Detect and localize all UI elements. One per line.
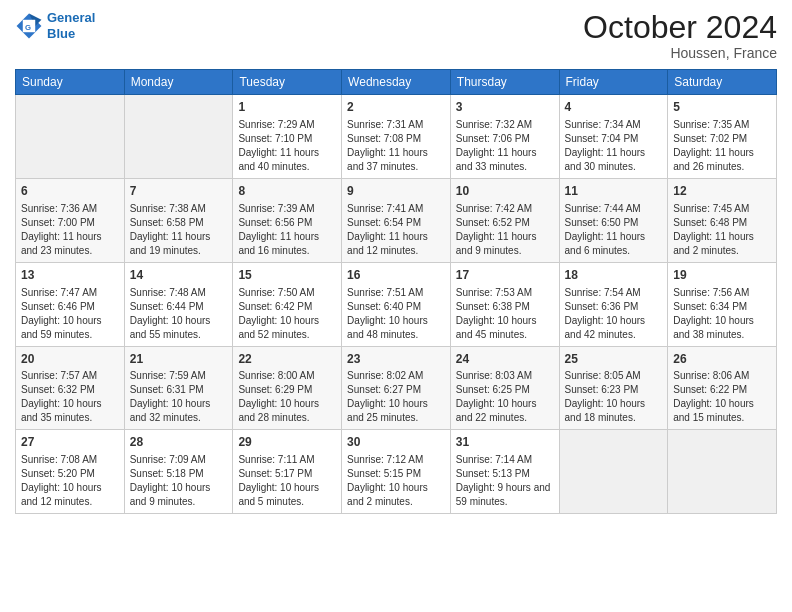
calendar-cell: 23Sunrise: 8:02 AMSunset: 6:27 PMDayligh… [342,346,451,430]
sunset-text: Sunset: 6:42 PM [238,300,336,314]
sunrise-text: Sunrise: 8:06 AM [673,369,771,383]
day-number: 10 [456,183,554,200]
daylight-text: Daylight: 10 hours and 35 minutes. [21,397,119,425]
sunrise-text: Sunrise: 7:56 AM [673,286,771,300]
sunset-text: Sunset: 6:52 PM [456,216,554,230]
sunset-text: Sunset: 6:31 PM [130,383,228,397]
sunset-text: Sunset: 7:06 PM [456,132,554,146]
daylight-text: Daylight: 10 hours and 42 minutes. [565,314,663,342]
weekday-header-friday: Friday [559,70,668,95]
calendar-cell: 13Sunrise: 7:47 AMSunset: 6:46 PMDayligh… [16,262,125,346]
daylight-text: Daylight: 10 hours and 2 minutes. [347,481,445,509]
calendar-cell: 8Sunrise: 7:39 AMSunset: 6:56 PMDaylight… [233,178,342,262]
sunset-text: Sunset: 6:27 PM [347,383,445,397]
header: G General Blue October 2024 Houssen, Fra… [15,10,777,61]
daylight-text: Daylight: 11 hours and 6 minutes. [565,230,663,258]
sunset-text: Sunset: 7:10 PM [238,132,336,146]
day-number: 8 [238,183,336,200]
day-number: 9 [347,183,445,200]
sunrise-text: Sunrise: 7:45 AM [673,202,771,216]
day-number: 5 [673,99,771,116]
day-number: 6 [21,183,119,200]
daylight-text: Daylight: 11 hours and 23 minutes. [21,230,119,258]
sunrise-text: Sunrise: 7:44 AM [565,202,663,216]
calendar-cell: 4Sunrise: 7:34 AMSunset: 7:04 PMDaylight… [559,95,668,179]
calendar-cell: 25Sunrise: 8:05 AMSunset: 6:23 PMDayligh… [559,346,668,430]
location: Houssen, France [583,45,777,61]
weekday-header-saturday: Saturday [668,70,777,95]
sunrise-text: Sunrise: 8:05 AM [565,369,663,383]
sunset-text: Sunset: 5:18 PM [130,467,228,481]
logo-icon: G [15,12,43,40]
sunset-text: Sunset: 6:58 PM [130,216,228,230]
daylight-text: Daylight: 10 hours and 32 minutes. [130,397,228,425]
calendar-cell: 10Sunrise: 7:42 AMSunset: 6:52 PMDayligh… [450,178,559,262]
day-number: 1 [238,99,336,116]
calendar-cell: 21Sunrise: 7:59 AMSunset: 6:31 PMDayligh… [124,346,233,430]
day-number: 14 [130,267,228,284]
day-number: 20 [21,351,119,368]
sunset-text: Sunset: 6:25 PM [456,383,554,397]
daylight-text: Daylight: 10 hours and 15 minutes. [673,397,771,425]
daylight-text: Daylight: 11 hours and 9 minutes. [456,230,554,258]
page: G General Blue October 2024 Houssen, Fra… [0,0,792,612]
day-number: 18 [565,267,663,284]
calendar-cell [16,95,125,179]
sunrise-text: Sunrise: 8:00 AM [238,369,336,383]
sunset-text: Sunset: 6:29 PM [238,383,336,397]
day-number: 30 [347,434,445,451]
daylight-text: Daylight: 11 hours and 26 minutes. [673,146,771,174]
daylight-text: Daylight: 11 hours and 12 minutes. [347,230,445,258]
sunset-text: Sunset: 5:13 PM [456,467,554,481]
day-number: 17 [456,267,554,284]
daylight-text: Daylight: 11 hours and 37 minutes. [347,146,445,174]
sunset-text: Sunset: 6:32 PM [21,383,119,397]
sunrise-text: Sunrise: 7:34 AM [565,118,663,132]
calendar-cell: 3Sunrise: 7:32 AMSunset: 7:06 PMDaylight… [450,95,559,179]
sunrise-text: Sunrise: 7:51 AM [347,286,445,300]
daylight-text: Daylight: 11 hours and 33 minutes. [456,146,554,174]
sunrise-text: Sunrise: 7:42 AM [456,202,554,216]
daylight-text: Daylight: 11 hours and 40 minutes. [238,146,336,174]
sunset-text: Sunset: 5:15 PM [347,467,445,481]
sunrise-text: Sunrise: 8:02 AM [347,369,445,383]
calendar-cell: 15Sunrise: 7:50 AMSunset: 6:42 PMDayligh… [233,262,342,346]
sunrise-text: Sunrise: 7:29 AM [238,118,336,132]
day-number: 2 [347,99,445,116]
sunrise-text: Sunrise: 7:08 AM [21,453,119,467]
day-number: 28 [130,434,228,451]
calendar-cell [668,430,777,514]
calendar-cell: 1Sunrise: 7:29 AMSunset: 7:10 PMDaylight… [233,95,342,179]
calendar-cell: 6Sunrise: 7:36 AMSunset: 7:00 PMDaylight… [16,178,125,262]
daylight-text: Daylight: 11 hours and 2 minutes. [673,230,771,258]
day-number: 3 [456,99,554,116]
sunrise-text: Sunrise: 7:50 AM [238,286,336,300]
sunset-text: Sunset: 6:48 PM [673,216,771,230]
sunrise-text: Sunrise: 7:47 AM [21,286,119,300]
sunset-text: Sunset: 7:02 PM [673,132,771,146]
day-number: 11 [565,183,663,200]
day-number: 4 [565,99,663,116]
sunset-text: Sunset: 6:36 PM [565,300,663,314]
sunset-text: Sunset: 6:50 PM [565,216,663,230]
weekday-header-tuesday: Tuesday [233,70,342,95]
sunrise-text: Sunrise: 7:14 AM [456,453,554,467]
calendar-cell: 2Sunrise: 7:31 AMSunset: 7:08 PMDaylight… [342,95,451,179]
calendar-cell: 28Sunrise: 7:09 AMSunset: 5:18 PMDayligh… [124,430,233,514]
sunrise-text: Sunrise: 7:53 AM [456,286,554,300]
day-number: 25 [565,351,663,368]
logo-line2: Blue [47,26,75,41]
day-number: 21 [130,351,228,368]
sunrise-text: Sunrise: 7:09 AM [130,453,228,467]
calendar-cell: 9Sunrise: 7:41 AMSunset: 6:54 PMDaylight… [342,178,451,262]
sunrise-text: Sunrise: 8:03 AM [456,369,554,383]
calendar-cell: 17Sunrise: 7:53 AMSunset: 6:38 PMDayligh… [450,262,559,346]
daylight-text: Daylight: 10 hours and 9 minutes. [130,481,228,509]
calendar-week-row: 1Sunrise: 7:29 AMSunset: 7:10 PMDaylight… [16,95,777,179]
sunset-text: Sunset: 7:08 PM [347,132,445,146]
daylight-text: Daylight: 10 hours and 22 minutes. [456,397,554,425]
sunset-text: Sunset: 6:22 PM [673,383,771,397]
calendar-table: SundayMondayTuesdayWednesdayThursdayFrid… [15,69,777,514]
daylight-text: Daylight: 10 hours and 52 minutes. [238,314,336,342]
daylight-text: Daylight: 9 hours and 59 minutes. [456,481,554,509]
